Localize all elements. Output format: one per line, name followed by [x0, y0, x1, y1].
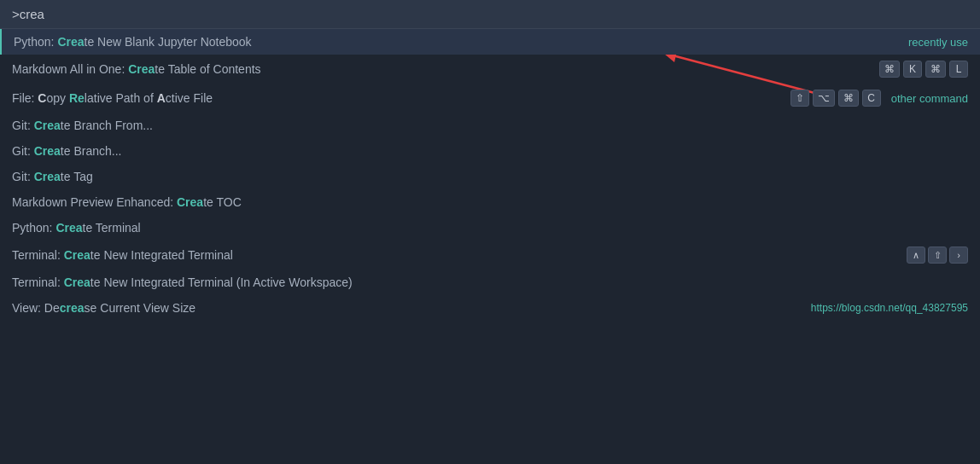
command-text: Git: Create Tag [12, 170, 968, 183]
command-right: ⌘ K ⌘ L [879, 61, 968, 78]
command-text: Python: Create New Blank Jupyter Noteboo… [14, 35, 908, 49]
command-prefix: Git: [12, 119, 34, 132]
command-item[interactable]: Terminal: Create New Integrated Terminal… [0, 241, 980, 270]
command-rest: te Branch From... [61, 119, 153, 132]
command-prefix: Terminal: [12, 276, 64, 289]
command-palette: > Python: Create New Blank Jupyter Noteb… [0, 0, 980, 321]
command-item[interactable]: Markdown Preview Enhanced: Create TOC [0, 189, 980, 215]
command-item[interactable]: Git: Create Branch From... [0, 113, 980, 138]
command-prefix: Terminal: [12, 248, 64, 262]
command-highlight: Re [69, 91, 85, 105]
command-text: Markdown All in One: Create Table of Con… [12, 62, 879, 76]
command-item[interactable]: Git: Create Tag [0, 164, 980, 189]
command-text: Git: Create Branch... [12, 144, 968, 158]
command-rest: te New Integrated Terminal (In Active Wo… [90, 276, 353, 289]
command-right: ∧ ⇧ › [907, 246, 968, 264]
kbd-key: C [862, 90, 881, 107]
command-highlight: Crea [34, 170, 61, 183]
command-text: File: Copy Relative Path of Active File [12, 91, 790, 105]
command-rest: te Terminal [83, 221, 141, 235]
command-text: Git: Create Branch From... [12, 119, 968, 132]
command-prefix: Git: [12, 170, 34, 183]
command-text: Terminal: Create New Integrated Terminal [12, 248, 907, 262]
command-rest: te TOC [203, 195, 242, 209]
command-highlight: Crea [177, 195, 203, 209]
command-highlight: Crea [57, 35, 84, 49]
command-right: recently use [908, 36, 968, 49]
nav-right-button[interactable]: › [949, 246, 968, 264]
command-highlight: Crea [64, 248, 90, 262]
command-highlight: Crea [64, 276, 90, 289]
command-rest: te Branch... [61, 144, 122, 158]
url-bar: https://blog.csdn.net/qq_43827595 [811, 302, 968, 314]
command-highlight: crea [60, 301, 85, 315]
command-item[interactable]: File: Copy Relative Path of Active File … [0, 84, 980, 113]
command-highlight: Crea [128, 62, 155, 76]
command-rest: te New Integrated Terminal [90, 248, 233, 262]
command-text: Terminal: Create New Integrated Terminal… [12, 276, 968, 289]
command-prefix: Python: [12, 221, 55, 235]
search-bar[interactable]: > [0, 0, 980, 29]
command-prefix: View: De [12, 301, 60, 315]
command-item[interactable]: Markdown All in One: Create Table of Con… [0, 55, 980, 84]
command-prefix: Git: [12, 144, 34, 158]
kbd-key: K [903, 61, 922, 78]
nav-up-button[interactable]: ∧ [907, 246, 925, 264]
kbd-key: ⌘ [838, 90, 859, 107]
kbd-key: ⌥ [813, 90, 835, 107]
kbd-key: ⌘ [879, 61, 900, 78]
search-prompt: > [12, 7, 20, 21]
command-highlight: Crea [34, 144, 61, 158]
command-item[interactable]: Git: Create Branch... [0, 138, 980, 164]
kbd-key: ⇧ [790, 90, 809, 107]
command-text: Python: Create Terminal [12, 221, 968, 235]
nav-shift-button[interactable]: ⇧ [928, 246, 947, 264]
command-rest: se Current View Size [85, 301, 195, 315]
kbd-key: L [949, 61, 968, 78]
command-prefix: File: Copy Relative Path of Active File [12, 91, 213, 105]
command-highlight: Crea [55, 221, 82, 235]
command-prefix: Markdown Preview Enhanced: [12, 195, 177, 209]
command-rest: te Table of Contents [155, 62, 260, 76]
command-right: ⇧ ⌥ ⌘ C other command [790, 90, 968, 107]
kbd-key: ⌘ [925, 61, 946, 78]
command-item[interactable]: Terminal: Create New Integrated Terminal… [0, 270, 980, 295]
nav-buttons: ∧ ⇧ › [907, 246, 968, 264]
command-prefix: Python: [14, 35, 57, 49]
search-input[interactable] [20, 7, 276, 21]
command-highlight: Crea [34, 119, 61, 132]
command-prefix: Markdown All in One: [12, 62, 128, 76]
other-command-label: other command [891, 92, 968, 105]
command-rest: te New Blank Jupyter Notebook [85, 35, 252, 49]
command-rest: te Tag [61, 170, 93, 183]
command-list: Python: Create New Blank Jupyter Noteboo… [0, 29, 980, 321]
command-text: Markdown Preview Enhanced: Create TOC [12, 195, 968, 209]
recently-used-label: recently use [908, 36, 968, 49]
command-item[interactable]: Python: Create Terminal [0, 215, 980, 241]
command-item[interactable]: Python: Create New Blank Jupyter Noteboo… [0, 29, 980, 55]
